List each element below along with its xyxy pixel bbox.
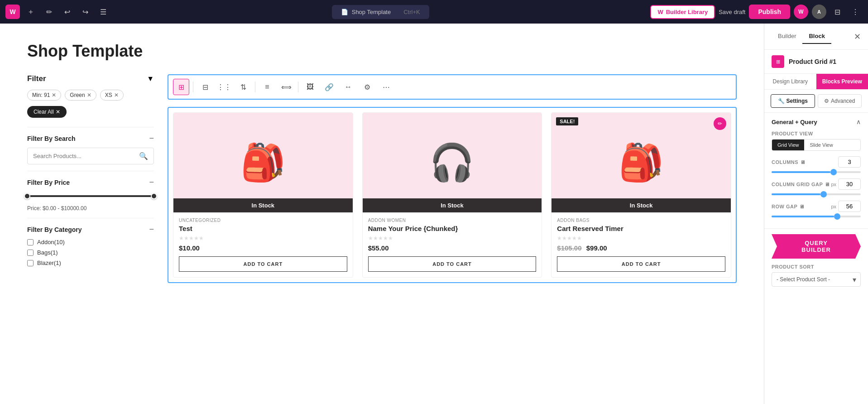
more-options-button[interactable]: ⋮	[848, 5, 863, 19]
category-addon-checkbox[interactable]	[27, 239, 34, 245]
product-area: ⊞ ⊟ ⋮⋮ ⇅ ≡ ⟺ 🖼 🔗 ↔ ⚙	[168, 74, 737, 283]
advanced-tab-button[interactable]: ⚙ Advanced	[818, 94, 862, 108]
grid-view-button[interactable]: Grid View	[772, 139, 804, 150]
layout-toggle-button[interactable]: ⊟	[830, 5, 844, 19]
category-bags-checkbox[interactable]	[27, 250, 34, 256]
col-gap-slider-thumb[interactable]	[820, 191, 827, 197]
section-title: General + Query	[772, 119, 817, 125]
width-button[interactable]: ↔	[340, 79, 356, 95]
row-gap-row: ROW GAP 🖥 px	[772, 201, 861, 217]
category-list: Addon(10) Bags(1) Blazer(1)	[27, 239, 154, 266]
product-sort-select[interactable]: - Select Product Sort - Name: A to Z Nam…	[772, 272, 861, 287]
product-price-2: $55.00	[368, 244, 537, 252]
filter-tag-min91[interactable]: Min: 91 ✕	[27, 90, 61, 101]
row-gap-value-input[interactable]	[838, 201, 861, 212]
filter-search-title: Filter By Search	[27, 135, 76, 142]
collapse-price-icon[interactable]: −	[149, 178, 154, 187]
product-name-3: Cart Reserved Timer	[557, 225, 725, 232]
col-gap-input-group: px	[831, 178, 861, 190]
link-button[interactable]: 🔗	[321, 79, 337, 95]
save-draft-button[interactable]: Save draft	[719, 9, 745, 15]
block-header: ⊞ Product Grid #1	[764, 50, 868, 74]
reorder-button[interactable]: ⇅	[235, 79, 251, 95]
more-button[interactable]: ⋯	[378, 79, 394, 95]
columns-monitor-icon: 🖥	[800, 159, 806, 165]
settings-tab-button[interactable]: 🔧 Settings	[771, 94, 815, 108]
search-input[interactable]	[33, 153, 139, 159]
product-icon-2: 🎧	[429, 141, 475, 184]
tab-builder[interactable]: Builder	[772, 29, 802, 44]
design-library-tab[interactable]: Design Library	[764, 74, 816, 89]
slide-view-button[interactable]: Slide View	[804, 139, 838, 150]
product-card-2: 🎧 In Stock ADDON WOMEN Name Your Price {…	[362, 112, 542, 278]
product-info-2: ADDON WOMEN Name Your Price {Chunked} ★★…	[363, 212, 542, 277]
collapse-category-icon[interactable]: −	[149, 225, 154, 234]
collapse-search-icon[interactable]: −	[149, 134, 154, 143]
block-settings-button[interactable]: ⊟	[197, 79, 213, 95]
price-slider-max-thumb[interactable]	[151, 193, 157, 199]
row-gap-slider-track[interactable]	[772, 216, 861, 217]
blocks-preview-tab[interactable]: Blocks Preview	[816, 74, 868, 89]
filter-by-search-section: Filter By Search − 🔍	[27, 127, 154, 171]
filter-price-header: Filter By Price −	[27, 178, 154, 187]
product-price-3: $105.00 $99.00	[557, 244, 725, 252]
add-to-cart-1[interactable]: ADD TO CART	[179, 256, 347, 272]
filter-category-title: Filter By Category	[27, 226, 82, 233]
product-view-row: PRODUCT VIEW Grid View Slide View	[772, 131, 861, 151]
gear-icon: ⚙	[824, 98, 829, 104]
filter-tag-green[interactable]: Green ✕	[65, 90, 96, 101]
add-to-cart-3[interactable]: ADD TO CART	[557, 256, 725, 272]
product-view-label: PRODUCT VIEW	[772, 131, 813, 136]
price-slider-min-thumb[interactable]	[24, 193, 30, 199]
col-gap-slider-track[interactable]	[772, 193, 861, 195]
category-blazer[interactable]: Blazer(1)	[27, 260, 154, 266]
general-query-section: General + Query ∧ PRODUCT VIEW Grid View…	[764, 113, 868, 229]
canvas-inner: Shop Template Filter ▼ Min: 91 ✕ Green ✕…	[0, 24, 764, 404]
menu-button[interactable]: ☰	[96, 5, 110, 19]
align-left-button[interactable]: ≡	[259, 79, 275, 95]
row-gap-slider-thumb[interactable]	[834, 213, 840, 220]
sort-select-wrapper: - Select Product Sort - Name: A to Z Nam…	[772, 272, 861, 287]
remove-min91-icon[interactable]: ✕	[52, 92, 56, 98]
filter-by-price-section: Filter By Price − Price: $0.	[27, 171, 154, 218]
file-button[interactable]: 📄 Shop Template Ctrl+K	[332, 5, 429, 19]
query-builder-button[interactable]: QUERYBUILDER	[772, 234, 861, 259]
redo-button[interactable]: ↪	[78, 5, 92, 19]
product-icon-1: 🎒	[240, 141, 286, 184]
category-blazer-checkbox[interactable]	[27, 260, 34, 266]
add-block-button[interactable]: ＋	[24, 5, 38, 19]
toolbar-center: 📄 Shop Template Ctrl+K	[114, 5, 647, 19]
close-panel-button[interactable]: ✕	[854, 32, 861, 42]
image-button[interactable]: 🖼	[302, 79, 318, 95]
product-stars-3: ★★★★★	[557, 235, 725, 241]
filter-tag-xs[interactable]: XS ✕	[100, 90, 124, 101]
col-gap-label-text: COLUMN GRID GAP	[772, 182, 823, 187]
price-slider[interactable]	[27, 192, 154, 201]
col-gap-value-input[interactable]	[838, 178, 861, 190]
dots-grid-button[interactable]: ⋮⋮	[216, 79, 232, 95]
settings-button[interactable]: ⚙	[359, 79, 375, 95]
align-center-button[interactable]: ⟺	[278, 79, 294, 95]
tab-block[interactable]: Block	[802, 29, 831, 44]
clear-all-button[interactable]: Clear All ✕	[27, 106, 67, 118]
columns-slider-track[interactable]	[772, 171, 861, 173]
publish-button[interactable]: Publish	[749, 5, 790, 19]
grid-view-toolbar-button[interactable]: ⊞	[173, 79, 189, 95]
product-price-1: $10.00	[179, 244, 347, 252]
columns-value-input[interactable]	[838, 156, 861, 168]
category-bags[interactable]: Bags(1)	[27, 249, 154, 256]
category-blazer-label: Blazer(1)	[37, 260, 61, 266]
edit-badge-3[interactable]: ✏	[714, 117, 726, 130]
undo-button[interactable]: ↩	[60, 5, 74, 19]
category-addon[interactable]: Addon(10)	[27, 239, 154, 245]
remove-green-icon[interactable]: ✕	[87, 92, 91, 98]
remove-xs-icon[interactable]: ✕	[114, 92, 119, 98]
edit-button[interactable]: ✏	[42, 5, 56, 19]
add-to-cart-2[interactable]: ADD TO CART	[368, 256, 537, 272]
builder-library-button[interactable]: W Builder Library	[650, 5, 715, 19]
section-header[interactable]: General + Query ∧	[772, 118, 861, 125]
panel-tabs: Builder Block	[772, 29, 831, 44]
filter-price-title: Filter By Price	[27, 179, 70, 186]
columns-slider-thumb[interactable]	[830, 169, 837, 175]
in-stock-badge-3: In Stock	[551, 198, 731, 212]
